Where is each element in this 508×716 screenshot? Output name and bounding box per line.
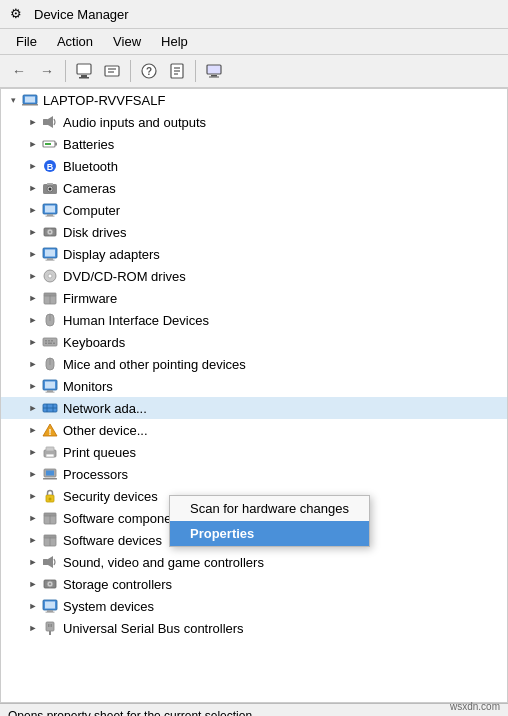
- menu-help[interactable]: Help: [153, 31, 196, 52]
- tree-item-label: Computer: [63, 203, 120, 218]
- svg-text:B: B: [47, 162, 54, 172]
- toolbar-forward[interactable]: →: [34, 58, 60, 84]
- menu-bar: File Action View Help: [0, 29, 508, 55]
- tree-items-container: ►Audio inputs and outputs►Batteries►BBlu…: [1, 111, 507, 639]
- device-icon: [41, 509, 59, 527]
- tree-item-label: Software devices: [63, 533, 162, 548]
- tree-item[interactable]: ►Print queues: [1, 441, 507, 463]
- chevron-icon: ►: [25, 532, 41, 548]
- svg-rect-3: [105, 66, 119, 76]
- tree-item[interactable]: ►Disk drives: [1, 221, 507, 243]
- toolbar-btn-doc[interactable]: [164, 58, 190, 84]
- svg-rect-21: [55, 143, 57, 146]
- svg-rect-1: [81, 75, 87, 77]
- tree-item[interactable]: ►Cameras: [1, 177, 507, 199]
- toolbar-btn-help[interactable]: ?: [136, 58, 162, 84]
- svg-rect-49: [48, 340, 50, 342]
- device-icon: [41, 597, 59, 615]
- chevron-icon: ►: [25, 576, 41, 592]
- context-menu-scan[interactable]: Scan for hardware changes: [170, 496, 369, 521]
- toolbar-back[interactable]: ←: [6, 58, 32, 84]
- svg-rect-67: [46, 447, 54, 451]
- menu-action[interactable]: Action: [49, 31, 101, 52]
- tree-item[interactable]: ►Human Interface Devices: [1, 309, 507, 331]
- svg-rect-12: [207, 65, 221, 74]
- svg-rect-68: [46, 454, 54, 457]
- tree-item[interactable]: ►Keyboards: [1, 331, 507, 353]
- tree-item[interactable]: ►Batteries: [1, 133, 507, 155]
- tree-item-label: Network ada...: [63, 401, 147, 416]
- device-icon: [41, 443, 59, 461]
- svg-marker-19: [48, 116, 53, 128]
- tree-item[interactable]: ►Universal Serial Bus controllers: [1, 617, 507, 639]
- tree-item[interactable]: ►!Other device...: [1, 419, 507, 441]
- svg-rect-59: [46, 392, 55, 393]
- tree-item-label: Human Interface Devices: [63, 313, 209, 328]
- svg-rect-89: [46, 622, 54, 631]
- chevron-icon: ►: [25, 180, 41, 196]
- tree-item-label: Keyboards: [63, 335, 125, 350]
- tree-item[interactable]: ►BBluetooth: [1, 155, 507, 177]
- tree-item[interactable]: ►Storage controllers: [1, 573, 507, 595]
- tree-item[interactable]: ►Audio inputs and outputs: [1, 111, 507, 133]
- device-icon: [41, 179, 59, 197]
- tree-item[interactable]: ►Monitors: [1, 375, 507, 397]
- context-menu-properties[interactable]: Properties: [170, 521, 369, 546]
- chevron-icon: ►: [25, 378, 41, 394]
- tree-item-label: Storage controllers: [63, 577, 172, 592]
- tree-item[interactable]: ►System devices: [1, 595, 507, 617]
- svg-rect-80: [43, 559, 48, 565]
- svg-rect-51: [45, 343, 47, 345]
- chevron-icon: ►: [25, 246, 41, 262]
- device-icon: [41, 245, 59, 263]
- svg-rect-30: [45, 206, 55, 213]
- toolbar-btn-1[interactable]: [71, 58, 97, 84]
- tree-item[interactable]: ►Mice and other pointing devices: [1, 353, 507, 375]
- toolbar-sep-2: [130, 60, 131, 82]
- tree-item[interactable]: ►Sound, video and game controllers: [1, 551, 507, 573]
- toolbar-btn-2[interactable]: [99, 58, 125, 84]
- tree-item-label: Mice and other pointing devices: [63, 357, 246, 372]
- device-icon: [41, 289, 59, 307]
- svg-rect-57: [45, 382, 55, 389]
- tree-item[interactable]: ►Computer: [1, 199, 507, 221]
- tree-item-label: Print queues: [63, 445, 136, 460]
- device-icon: [41, 531, 59, 549]
- svg-rect-32: [46, 216, 55, 217]
- svg-rect-47: [43, 338, 57, 346]
- tree-item[interactable]: ►Display adapters: [1, 243, 507, 265]
- tree-item[interactable]: ►Network ada...: [1, 397, 507, 419]
- chevron-icon: ►: [25, 312, 41, 328]
- tree-item-label: DVD/CD-ROM drives: [63, 269, 186, 284]
- tree-root[interactable]: ▾ LAPTOP-RVVFSALF: [1, 89, 507, 111]
- svg-marker-81: [48, 556, 53, 568]
- status-text: Opens property sheet for the current sel…: [8, 709, 255, 717]
- chevron-icon: ►: [25, 356, 41, 372]
- svg-point-27: [49, 188, 52, 191]
- toolbar-sep-1: [65, 60, 66, 82]
- svg-rect-71: [43, 478, 57, 480]
- tree-item-label: Monitors: [63, 379, 113, 394]
- svg-rect-52: [48, 343, 52, 345]
- svg-rect-58: [47, 391, 53, 392]
- menu-file[interactable]: File: [8, 31, 45, 52]
- chevron-icon: ►: [25, 224, 41, 240]
- menu-view[interactable]: View: [105, 31, 149, 52]
- app-icon: ⚙: [10, 6, 26, 22]
- tree-item[interactable]: ►Firmware: [1, 287, 507, 309]
- tree-item-label: Universal Serial Bus controllers: [63, 621, 244, 636]
- chevron-icon: ►: [25, 400, 41, 416]
- tree-item[interactable]: ►Processors: [1, 463, 507, 485]
- device-icon: [41, 399, 59, 417]
- device-icon: B: [41, 157, 59, 175]
- svg-point-35: [49, 231, 51, 233]
- svg-rect-2: [79, 77, 89, 79]
- svg-rect-18: [43, 119, 48, 125]
- tree-item[interactable]: ►DVD/CD-ROM drives: [1, 265, 507, 287]
- svg-rect-38: [47, 259, 53, 260]
- toolbar-btn-monitor[interactable]: [201, 58, 227, 84]
- device-icon: [41, 267, 59, 285]
- svg-rect-39: [46, 260, 55, 261]
- watermark: wsxdn.com: [450, 701, 500, 712]
- svg-rect-28: [47, 183, 53, 185]
